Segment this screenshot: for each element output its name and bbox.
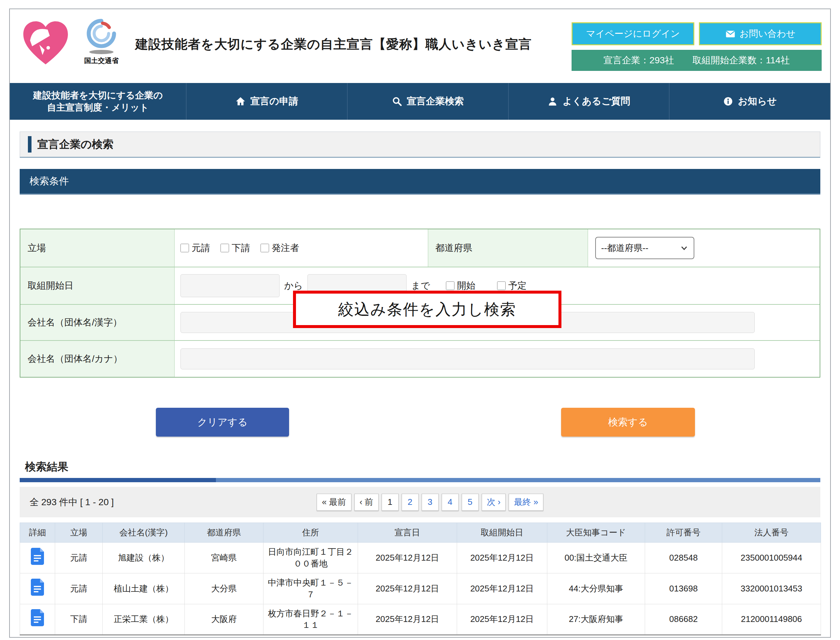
- chevron-down-icon: [680, 244, 688, 252]
- checkbox-motouke-label: 元請: [192, 242, 210, 254]
- cell-permit-number: 013698: [645, 573, 722, 604]
- company-kana-input[interactable]: [181, 348, 755, 370]
- results-divider-bar: [20, 478, 820, 482]
- search-button[interactable]: 検索する: [561, 408, 695, 437]
- pagination-bar: 全 293 件中 [ 1 - 20 ] « 最前 ‹ 前 1 2 3 4 5 次…: [20, 487, 820, 517]
- cell-permit-number: 086682: [645, 604, 722, 635]
- declared-companies-count: 宣言企業：293社: [603, 54, 674, 67]
- cell-start-date: 2025年12月12日: [457, 573, 547, 604]
- prefecture-label: 都道府県: [428, 229, 588, 267]
- checkbox-yotei[interactable]: [497, 282, 506, 290]
- nav-item-company-search[interactable]: 宣言企業検索: [347, 83, 509, 120]
- col-header-permit-number: 許可番号: [645, 523, 722, 542]
- person-icon: [547, 96, 558, 107]
- nav-item-faq[interactable]: よくあるご質問: [509, 83, 670, 120]
- pagination-page-5[interactable]: 5: [462, 494, 479, 511]
- annotation-callout: 絞込み条件を入力し検索: [293, 291, 562, 328]
- login-button[interactable]: マイページにログイン: [571, 22, 694, 45]
- checkbox-shitauke[interactable]: [221, 244, 229, 252]
- col-header-minister-code: 大臣知事コード: [547, 523, 645, 542]
- contact-button-label: お問い合わせ: [739, 27, 796, 40]
- contact-button[interactable]: お問い合わせ: [699, 22, 822, 45]
- cell-address: 枚方市春日野２－１－１１: [264, 604, 358, 635]
- nav-item-declaration-apply-label: 宣言の申請: [250, 95, 298, 108]
- nav-item-system-merit-line1: 建設技能者を大切にする企業の: [33, 90, 163, 101]
- pagination-page-4[interactable]: 4: [442, 494, 459, 511]
- cell-corporate-number: 3320001013453: [722, 573, 821, 604]
- page-container: 国土交通省 建設技能者を大切にする企業の自主宣言【愛称】職人いきいき宣言 マイペ…: [9, 8, 831, 638]
- pagination-last-button[interactable]: 最終 »: [509, 494, 543, 511]
- col-header-corporate-number: 法人番号: [722, 523, 821, 542]
- mlit-logo-block: 国土交通省: [80, 18, 123, 65]
- checkbox-hatchusha[interactable]: [261, 244, 269, 252]
- cell-prefecture: 宮崎県: [185, 542, 264, 573]
- nav-item-system-merit[interactable]: 建設技能者を大切にする企業の 自主宣言制度・メリット: [10, 83, 186, 120]
- prefecture-select[interactable]: --都道府県--: [595, 237, 694, 259]
- page-title-bar: 宣言企業の検索: [20, 131, 820, 158]
- col-header-detail: 詳細: [20, 523, 55, 542]
- cell-declaration-date: 2025年12月12日: [358, 542, 457, 573]
- table-row: 元請 植山土建（株） 大分県 中津市中央町１－５－７ 2025年12月12日 2…: [20, 573, 821, 604]
- home-icon: [235, 96, 246, 107]
- col-header-start-date: 取組開始日: [457, 523, 547, 542]
- title-accent-bar: [28, 136, 32, 152]
- cell-position: 元請: [55, 573, 103, 604]
- table-row: 下請 正栄工業（株） 大阪府 枚方市春日野２－１－１１ 2025年12月12日 …: [20, 604, 821, 635]
- cell-company: 正栄工業（株）: [103, 604, 185, 635]
- clear-button[interactable]: クリアする: [156, 408, 289, 437]
- search-conditions-heading: 検索条件: [20, 169, 820, 195]
- pagination-buttons: « 最前 ‹ 前 1 2 3 4 5 次 › 最終 »: [317, 494, 543, 511]
- checkbox-yotei-label: 予定: [508, 280, 526, 292]
- cell-start-date: 2025年12月12日: [457, 542, 547, 573]
- cell-address: 中津市中央町１－５－７: [264, 573, 358, 604]
- detail-document-icon[interactable]: [31, 609, 44, 626]
- detail-document-icon[interactable]: [31, 579, 44, 596]
- col-header-company: 会社名(漢字): [103, 523, 185, 542]
- cell-prefecture: 大分県: [185, 573, 264, 604]
- nav-item-declaration-apply[interactable]: 宣言の申請: [186, 83, 347, 120]
- header-right: マイページにログイン お問い合わせ 宣言企業：293社 取組開始企業数：114社: [571, 22, 822, 71]
- cell-declaration-date: 2025年12月12日: [358, 573, 457, 604]
- cell-position: 下請: [55, 604, 103, 635]
- form-actions: クリアする 検索する: [10, 408, 830, 437]
- company-kanji-label: 会社名（団体名/漢字）: [20, 305, 174, 340]
- pagination-page-1[interactable]: 1: [382, 494, 399, 511]
- results-count: 全 293 件中 [ 1 - 20 ]: [30, 496, 114, 509]
- ministry-name: 国土交通省: [84, 56, 119, 65]
- site-title: 建設技能者を大切にする企業の自主宣言【愛称】職人いきいき宣言: [135, 35, 531, 53]
- nav-item-news-label: お知らせ: [738, 95, 777, 108]
- mlit-logo-icon: [86, 18, 117, 48]
- start-date-from-input[interactable]: [181, 274, 280, 297]
- nav-item-news[interactable]: お知らせ: [669, 83, 830, 120]
- to-text: まで: [411, 280, 430, 292]
- table-row: 元請 旭建設（株） 宮崎県 日向市向江町１丁目２００番地 2025年12月12日…: [20, 542, 821, 573]
- search-icon: [392, 96, 402, 107]
- results-divider-dark: [20, 478, 216, 482]
- col-header-position: 立場: [55, 523, 103, 542]
- cell-prefecture: 大阪府: [185, 604, 264, 635]
- checkbox-yotei-wrap: 予定: [497, 280, 526, 292]
- prefecture-select-value: --都道府県--: [601, 242, 648, 254]
- pagination-next-button[interactable]: 次 ›: [482, 494, 506, 511]
- stats-bar: 宣言企業：293社 取組開始企業数：114社: [571, 50, 822, 71]
- company-kana-label: 会社名（団体名/カナ）: [20, 341, 174, 377]
- checkbox-kaishi[interactable]: [446, 282, 454, 290]
- detail-document-icon[interactable]: [31, 548, 44, 565]
- login-button-label: マイページにログイン: [586, 27, 680, 40]
- checkbox-hatchusha-wrap: 発注者: [261, 242, 299, 254]
- col-header-prefecture: 都道府県: [185, 523, 264, 542]
- checkbox-motouke[interactable]: [181, 244, 189, 252]
- pagination-page-3[interactable]: 3: [422, 494, 439, 511]
- nav-item-faq-label: よくあるご質問: [562, 95, 630, 108]
- pagination-first-button[interactable]: « 最前: [317, 494, 351, 511]
- checkbox-shitauke-wrap: 下請: [221, 242, 250, 254]
- pagination-page-2[interactable]: 2: [402, 494, 419, 511]
- checkbox-kaishi-label: 開始: [457, 280, 475, 292]
- cell-permit-number: 028548: [645, 542, 722, 573]
- pagination-prev-button[interactable]: ‹ 前: [354, 494, 379, 511]
- cell-company: 旭建設（株）: [103, 542, 185, 573]
- checkbox-shitauke-label: 下請: [232, 242, 250, 254]
- start-date-label: 取組開始日: [20, 267, 174, 304]
- checkbox-hatchusha-label: 発注者: [272, 242, 299, 254]
- cell-minister-code: 27:大阪府知事: [547, 604, 645, 635]
